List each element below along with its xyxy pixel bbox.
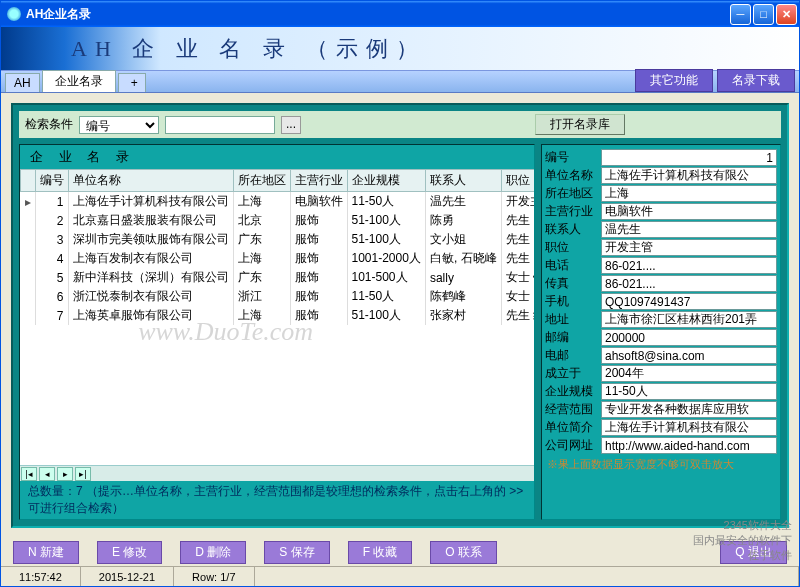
- fld-id[interactable]: [601, 149, 777, 166]
- fld-pos[interactable]: [601, 239, 777, 256]
- table-row[interactable]: 6浙江悦泰制衣有限公司浙江服饰11-50人陈鹤峰女士: [21, 287, 535, 306]
- action-bar: N 新建 E 修改 D 删除 S 保存 F 收藏 O 联系 Q 退出: [1, 538, 799, 566]
- titlebar: AH企业名录 ─ □ ✕: [1, 1, 799, 27]
- status-date: 2015-12-21: [81, 567, 174, 586]
- lbl-intro: 单位简介: [545, 419, 601, 436]
- search-field-select[interactable]: 编号: [79, 116, 159, 134]
- btn-delete[interactable]: D 删除: [180, 541, 246, 564]
- lbl-id: 编号: [545, 149, 601, 166]
- tabbar: AH 企业名录 + 其它功能 名录下载: [1, 71, 799, 93]
- table-row[interactable]: 2北京嘉日盛装服装有限公司北京服饰51-100人陈勇先生: [21, 211, 535, 230]
- lbl-area: 所在地区: [545, 185, 601, 202]
- btn-contact[interactable]: O 联系: [430, 541, 497, 564]
- tab-ah[interactable]: AH: [5, 73, 40, 92]
- fld-tel[interactable]: [601, 257, 777, 274]
- search-input[interactable]: [165, 116, 275, 134]
- fld-mobile[interactable]: [601, 293, 777, 310]
- fld-intro[interactable]: [601, 419, 777, 436]
- statusbar: 11:57:42 2015-12-21 Row: 1/7: [1, 566, 799, 586]
- fld-name[interactable]: [601, 167, 777, 184]
- lbl-ind: 主营行业: [545, 203, 601, 220]
- lbl-scale: 企业规模: [545, 383, 601, 400]
- status-time: 11:57:42: [1, 567, 81, 586]
- fld-zip[interactable]: [601, 329, 777, 346]
- fld-fax[interactable]: [601, 275, 777, 292]
- btn-new[interactable]: N 新建: [13, 541, 79, 564]
- grid-title: 企 业 名 录: [20, 145, 534, 169]
- lbl-email: 电邮: [545, 347, 601, 364]
- btn-favorite[interactable]: F 收藏: [348, 541, 413, 564]
- search-bar: 检索条件 编号 ... 打开名录库: [19, 111, 781, 138]
- grid-panel: 企 业 名 录 编号单位名称所在地区主营行业企业规模联系人职位 ▸1上海佐手计算…: [19, 144, 535, 520]
- nav-next[interactable]: ▸: [57, 467, 73, 481]
- lbl-addr: 地址: [545, 311, 601, 328]
- open-db-button[interactable]: 打开名录库: [535, 114, 625, 135]
- grid-footer: 总数量：7 （提示…单位名称，主营行业，经营范围都是较理想的检索条件，点击右上角…: [20, 481, 534, 519]
- nav-prev[interactable]: ◂: [39, 467, 55, 481]
- data-grid[interactable]: 编号单位名称所在地区主营行业企业规模联系人职位 ▸1上海佐手计算机科技有限公司上…: [20, 169, 534, 465]
- col-header[interactable]: 所在地区: [233, 170, 290, 192]
- btn-other-functions[interactable]: 其它功能: [635, 69, 713, 92]
- lbl-fax: 传真: [545, 275, 601, 292]
- fld-email[interactable]: [601, 347, 777, 364]
- fld-scope[interactable]: [601, 401, 777, 418]
- table-row[interactable]: 3深圳市完美领呔服饰有限公司广东服饰51-100人文小姐先生: [21, 230, 535, 249]
- fld-contact[interactable]: [601, 221, 777, 238]
- lbl-mobile: 手机: [545, 293, 601, 310]
- lbl-zip: 邮编: [545, 329, 601, 346]
- nav-first[interactable]: |◂: [21, 467, 37, 481]
- close-button[interactable]: ✕: [776, 4, 797, 25]
- col-header[interactable]: 主营行业: [290, 170, 347, 192]
- btn-download[interactable]: 名录下载: [717, 69, 795, 92]
- lbl-tel: 电话: [545, 257, 601, 274]
- btn-edit[interactable]: E 修改: [97, 541, 162, 564]
- search-label: 检索条件: [25, 116, 73, 133]
- btn-exit[interactable]: Q 退出: [720, 541, 787, 564]
- tab-add[interactable]: +: [118, 73, 146, 92]
- fld-addr[interactable]: [601, 311, 777, 328]
- maximize-button[interactable]: □: [753, 4, 774, 25]
- main-panel: 检索条件 编号 ... 打开名录库 企 业 名 录 编号单位名称所在地区主营行业…: [11, 103, 789, 528]
- fld-ind[interactable]: [601, 203, 777, 220]
- search-more-button[interactable]: ...: [281, 116, 301, 134]
- tab-directory[interactable]: 企业名录: [42, 70, 116, 92]
- banner: AH 企 业 名 录 （示例）: [1, 27, 799, 71]
- app-icon: [7, 7, 21, 21]
- window-title: AH企业名录: [26, 6, 730, 23]
- banner-title: AH 企 业 名 录 （示例）: [71, 34, 426, 64]
- table-row[interactable]: 4上海百发制衣有限公司上海服饰1001-2000人白敏, 石晓峰先生: [21, 249, 535, 268]
- grid-nav: |◂ ◂ ▸ ▸|: [20, 465, 534, 481]
- fld-founded[interactable]: [601, 365, 777, 382]
- detail-note: ※果上面数据显示宽度不够可双击放大: [545, 455, 777, 474]
- col-header[interactable]: 企业规模: [347, 170, 425, 192]
- minimize-button[interactable]: ─: [730, 4, 751, 25]
- col-header[interactable]: 单位名称: [68, 170, 233, 192]
- fld-scale[interactable]: [601, 383, 777, 400]
- fld-area[interactable]: [601, 185, 777, 202]
- status-row: Row: 1/7: [174, 567, 254, 586]
- col-header[interactable]: 编号: [35, 170, 68, 192]
- lbl-name: 单位名称: [545, 167, 601, 184]
- detail-panel: 编号 单位名称 所在地区 主营行业 联系人 职位 电话 传真 手机 地址 邮编 …: [541, 144, 781, 520]
- lbl-web: 公司网址: [545, 437, 601, 454]
- lbl-contact: 联系人: [545, 221, 601, 238]
- btn-save[interactable]: S 保存: [264, 541, 329, 564]
- lbl-pos: 职位: [545, 239, 601, 256]
- table-row[interactable]: 7上海英卓服饰有限公司上海服饰51-100人张家村先生 经理: [21, 306, 535, 325]
- lbl-founded: 成立于: [545, 365, 601, 382]
- lbl-scope: 经营范围: [545, 401, 601, 418]
- table-row[interactable]: 5新中洋科技（深圳）有限公司广东服饰101-500人sally女士 销售经: [21, 268, 535, 287]
- col-header[interactable]: 联系人: [425, 170, 501, 192]
- fld-web[interactable]: [601, 437, 777, 454]
- nav-last[interactable]: ▸|: [75, 467, 91, 481]
- col-header[interactable]: 职位: [501, 170, 534, 192]
- table-row[interactable]: ▸1上海佐手计算机科技有限公司上海电脑软件11-50人温先生开发主管: [21, 192, 535, 212]
